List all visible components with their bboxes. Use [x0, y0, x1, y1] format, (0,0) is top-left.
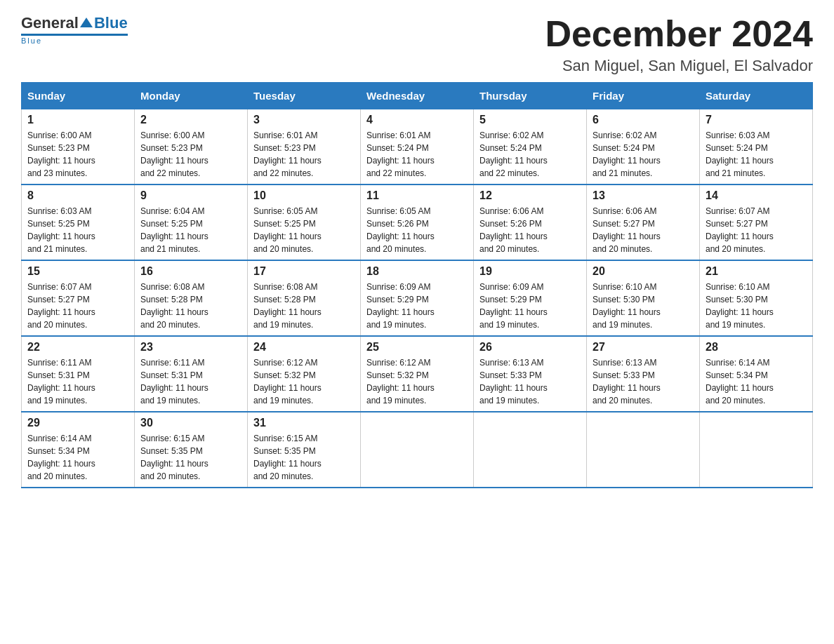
day-number: 10: [253, 189, 355, 202]
page-header: General Blue Blue December 2024 San Migu…: [21, 14, 813, 75]
day-info: Sunrise: 6:07 AM Sunset: 5:27 PM Dayligh…: [706, 205, 807, 255]
day-number: 6: [593, 114, 694, 126]
day-info: Sunrise: 6:03 AM Sunset: 5:24 PM Dayligh…: [706, 129, 807, 180]
calendar-cell: [587, 412, 700, 488]
day-info: Sunrise: 6:10 AM Sunset: 5:30 PM Dayligh…: [706, 281, 807, 331]
calendar-cell: 26Sunrise: 6:13 AM Sunset: 5:33 PM Dayli…: [474, 336, 587, 412]
calendar-header-monday: Monday: [135, 83, 248, 109]
day-number: 7: [706, 114, 807, 126]
calendar-cell: 22Sunrise: 6:11 AM Sunset: 5:31 PM Dayli…: [22, 336, 135, 412]
calendar-cell: 30Sunrise: 6:15 AM Sunset: 5:35 PM Dayli…: [135, 412, 248, 488]
calendar-cell: 8Sunrise: 6:03 AM Sunset: 5:25 PM Daylig…: [22, 185, 135, 260]
day-info: Sunrise: 6:02 AM Sunset: 5:24 PM Dayligh…: [593, 129, 694, 180]
calendar-header-row: SundayMondayTuesdayWednesdayThursdayFrid…: [22, 83, 813, 109]
day-info: Sunrise: 6:01 AM Sunset: 5:23 PM Dayligh…: [253, 129, 355, 180]
calendar-week-2: 8Sunrise: 6:03 AM Sunset: 5:25 PM Daylig…: [22, 185, 813, 260]
day-number: 21: [706, 265, 807, 278]
day-number: 3: [253, 114, 355, 126]
day-info: Sunrise: 6:11 AM Sunset: 5:31 PM Dayligh…: [27, 356, 128, 407]
calendar-cell: 5Sunrise: 6:02 AM Sunset: 5:24 PM Daylig…: [474, 109, 587, 185]
calendar-cell: [700, 412, 813, 488]
day-number: 24: [253, 341, 355, 354]
calendar-cell: 12Sunrise: 6:06 AM Sunset: 5:26 PM Dayli…: [474, 185, 587, 260]
calendar-cell: 19Sunrise: 6:09 AM Sunset: 5:29 PM Dayli…: [474, 260, 587, 336]
day-info: Sunrise: 6:06 AM Sunset: 5:27 PM Dayligh…: [593, 205, 694, 255]
calendar-cell: 6Sunrise: 6:02 AM Sunset: 5:24 PM Daylig…: [587, 109, 700, 185]
calendar-cell: 23Sunrise: 6:11 AM Sunset: 5:31 PM Dayli…: [135, 336, 248, 412]
day-number: 14: [706, 189, 807, 202]
day-info: Sunrise: 6:11 AM Sunset: 5:31 PM Dayligh…: [140, 356, 241, 407]
calendar-cell: [361, 412, 474, 488]
day-info: Sunrise: 6:08 AM Sunset: 5:28 PM Dayligh…: [140, 281, 241, 331]
calendar-cell: 15Sunrise: 6:07 AM Sunset: 5:27 PM Dayli…: [22, 260, 135, 336]
calendar-cell: [474, 412, 587, 488]
day-number: 19: [479, 265, 581, 278]
day-number: 15: [27, 265, 128, 278]
calendar-week-4: 22Sunrise: 6:11 AM Sunset: 5:31 PM Dayli…: [22, 336, 813, 412]
page-subtitle: San Miguel, San Miguel, El Salvador: [545, 57, 813, 75]
calendar-cell: 17Sunrise: 6:08 AM Sunset: 5:28 PM Dayli…: [248, 260, 361, 336]
calendar-week-3: 15Sunrise: 6:07 AM Sunset: 5:27 PM Dayli…: [22, 260, 813, 336]
day-info: Sunrise: 6:03 AM Sunset: 5:25 PM Dayligh…: [27, 205, 128, 255]
day-info: Sunrise: 6:02 AM Sunset: 5:24 PM Dayligh…: [479, 129, 581, 180]
day-number: 1: [27, 114, 128, 126]
day-number: 28: [706, 341, 807, 354]
day-info: Sunrise: 6:08 AM Sunset: 5:28 PM Dayligh…: [253, 281, 355, 331]
calendar-table: SundayMondayTuesdayWednesdayThursdayFrid…: [21, 82, 813, 488]
day-number: 13: [593, 189, 694, 202]
day-info: Sunrise: 6:12 AM Sunset: 5:32 PM Dayligh…: [366, 356, 468, 407]
calendar-cell: 31Sunrise: 6:15 AM Sunset: 5:35 PM Dayli…: [248, 412, 361, 488]
calendar-cell: 27Sunrise: 6:13 AM Sunset: 5:33 PM Dayli…: [587, 336, 700, 412]
calendar-cell: 14Sunrise: 6:07 AM Sunset: 5:27 PM Dayli…: [700, 185, 813, 260]
calendar-week-5: 29Sunrise: 6:14 AM Sunset: 5:34 PM Dayli…: [22, 412, 813, 488]
calendar-cell: 11Sunrise: 6:05 AM Sunset: 5:26 PM Dayli…: [361, 185, 474, 260]
day-info: Sunrise: 6:07 AM Sunset: 5:27 PM Dayligh…: [27, 281, 128, 331]
calendar-cell: 24Sunrise: 6:12 AM Sunset: 5:32 PM Dayli…: [248, 336, 361, 412]
calendar-cell: 20Sunrise: 6:10 AM Sunset: 5:30 PM Dayli…: [587, 260, 700, 336]
day-info: Sunrise: 6:06 AM Sunset: 5:26 PM Dayligh…: [479, 205, 581, 255]
day-number: 31: [253, 417, 355, 429]
day-number: 27: [593, 341, 694, 354]
calendar-cell: 9Sunrise: 6:04 AM Sunset: 5:25 PM Daylig…: [135, 185, 248, 260]
day-number: 4: [366, 114, 468, 126]
logo: General Blue Blue: [21, 14, 128, 45]
calendar-cell: 29Sunrise: 6:14 AM Sunset: 5:34 PM Dayli…: [22, 412, 135, 488]
day-info: Sunrise: 6:10 AM Sunset: 5:30 PM Dayligh…: [593, 281, 694, 331]
calendar-header-wednesday: Wednesday: [361, 83, 474, 109]
calendar-header-friday: Friday: [587, 83, 700, 109]
logo-general-text: General: [21, 14, 79, 32]
logo-tagline: Blue: [21, 36, 42, 45]
day-number: 5: [479, 114, 581, 126]
day-info: Sunrise: 6:12 AM Sunset: 5:32 PM Dayligh…: [253, 356, 355, 407]
day-number: 18: [366, 265, 468, 278]
day-info: Sunrise: 6:09 AM Sunset: 5:29 PM Dayligh…: [366, 281, 468, 331]
day-info: Sunrise: 6:09 AM Sunset: 5:29 PM Dayligh…: [479, 281, 581, 331]
title-block: December 2024 San Miguel, San Miguel, El…: [545, 14, 813, 75]
day-number: 11: [366, 189, 468, 202]
calendar-cell: 25Sunrise: 6:12 AM Sunset: 5:32 PM Dayli…: [361, 336, 474, 412]
calendar-cell: 7Sunrise: 6:03 AM Sunset: 5:24 PM Daylig…: [700, 109, 813, 185]
day-number: 20: [593, 265, 694, 278]
logo-blue-text: Blue: [94, 14, 128, 32]
day-number: 25: [366, 341, 468, 354]
calendar-header-thursday: Thursday: [474, 83, 587, 109]
day-info: Sunrise: 6:00 AM Sunset: 5:23 PM Dayligh…: [140, 129, 241, 180]
day-info: Sunrise: 6:13 AM Sunset: 5:33 PM Dayligh…: [479, 356, 581, 407]
day-number: 23: [140, 341, 241, 354]
calendar-cell: 16Sunrise: 6:08 AM Sunset: 5:28 PM Dayli…: [135, 260, 248, 336]
calendar-cell: 10Sunrise: 6:05 AM Sunset: 5:25 PM Dayli…: [248, 185, 361, 260]
calendar-cell: 4Sunrise: 6:01 AM Sunset: 5:24 PM Daylig…: [361, 109, 474, 185]
day-number: 26: [479, 341, 581, 354]
calendar-cell: 2Sunrise: 6:00 AM Sunset: 5:23 PM Daylig…: [135, 109, 248, 185]
day-info: Sunrise: 6:05 AM Sunset: 5:26 PM Dayligh…: [366, 205, 468, 255]
day-number: 30: [140, 417, 241, 429]
day-info: Sunrise: 6:15 AM Sunset: 5:35 PM Dayligh…: [253, 432, 355, 483]
calendar-header-sunday: Sunday: [22, 83, 135, 109]
day-info: Sunrise: 6:15 AM Sunset: 5:35 PM Dayligh…: [140, 432, 241, 483]
day-number: 16: [140, 265, 241, 278]
day-number: 8: [27, 189, 128, 202]
day-info: Sunrise: 6:00 AM Sunset: 5:23 PM Dayligh…: [27, 129, 128, 180]
calendar-cell: 28Sunrise: 6:14 AM Sunset: 5:34 PM Dayli…: [700, 336, 813, 412]
calendar-header-tuesday: Tuesday: [248, 83, 361, 109]
page-title: December 2024: [545, 14, 813, 54]
